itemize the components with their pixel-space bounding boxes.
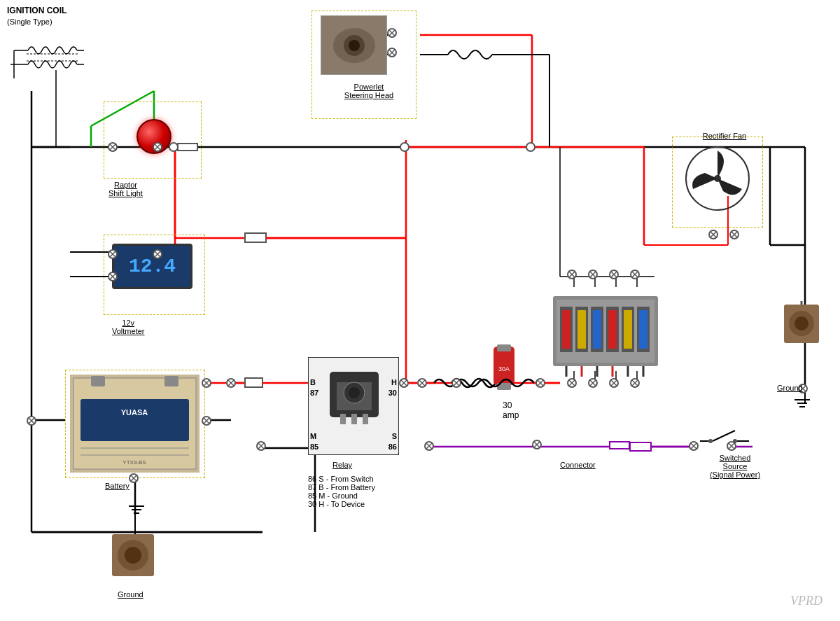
svg-point-185 xyxy=(733,439,737,443)
ignition-coil-subtitle: (Single Type) xyxy=(7,17,91,27)
connector-fuse xyxy=(609,441,630,449)
svg-rect-37 xyxy=(630,442,651,451)
relay-label: Relay xyxy=(332,461,352,469)
fuse-label: 30amp xyxy=(503,400,519,420)
main-conn-3 xyxy=(526,142,536,152)
wavy-conn2 xyxy=(451,378,461,388)
ground-left-label: Ground xyxy=(118,590,144,599)
ground-right-label: Ground xyxy=(777,384,803,392)
wavy-conn3 xyxy=(536,378,545,388)
svg-text:YUASA: YUASA xyxy=(121,408,148,417)
svg-rect-117 xyxy=(363,414,368,424)
voltmeter-conn2 xyxy=(153,249,162,259)
voltmeter-label: 12vVoltmeter xyxy=(112,319,144,335)
svg-point-183 xyxy=(708,439,713,443)
powerlet-conn1 xyxy=(387,28,397,38)
relay-conn-gnd xyxy=(256,441,266,451)
powerlet-conn2 xyxy=(387,48,397,57)
relay-pin-h30: H30 xyxy=(388,377,397,399)
connector-label: Connector xyxy=(560,461,596,469)
svg-text:YTX9-BS: YTX9-BS xyxy=(122,459,146,466)
switched-source-label: SwitchedSource(Signal Power) xyxy=(690,454,780,479)
svg-rect-100 xyxy=(80,399,189,441)
switched-source-area xyxy=(700,427,749,448)
voltmeter-conn3 xyxy=(108,272,118,281)
svg-line-184 xyxy=(713,431,735,441)
powerlet-image xyxy=(321,15,387,75)
relay-conn-sig xyxy=(424,441,434,451)
fuseblock-bot-conn4 xyxy=(630,378,640,388)
fuse-block-image xyxy=(553,286,658,377)
raptor-conn1 xyxy=(108,142,118,152)
svg-rect-115 xyxy=(340,414,346,424)
relay-note-1: 86 S - From Switch xyxy=(308,475,375,483)
main-conn-1 xyxy=(169,142,178,152)
wiring-diagram: IGNITION COIL (Single Type) xyxy=(0,0,840,621)
raptor-label: RaptorShift Light xyxy=(108,181,143,197)
fuseblock-conn1 xyxy=(567,270,577,279)
svg-rect-99 xyxy=(164,376,178,386)
ground-left-image xyxy=(108,531,158,588)
ground-left-symbol xyxy=(129,504,144,515)
relay-pin-s86: S86 xyxy=(388,431,397,453)
ignition-coil-title: IGNITION COIL xyxy=(7,6,91,17)
voltmeter-value: 12.4 xyxy=(129,256,176,277)
relay-box: B87 H30 M85 S86 xyxy=(308,357,399,455)
relay-note-2: 87 B - From Battery xyxy=(308,483,375,491)
relay-pin-b87: B87 xyxy=(310,377,318,399)
relay-conn-out xyxy=(399,378,409,388)
connector-conn1 xyxy=(532,440,542,449)
connector-conn2 xyxy=(689,441,699,451)
watermark: VPRD xyxy=(790,594,822,608)
rectifier-fan-label: Rectifier Fan xyxy=(679,132,770,140)
svg-rect-98 xyxy=(91,376,105,386)
relay-note-4: 30 H - To Device xyxy=(308,500,375,508)
relay-notes: 86 S - From Switch 87 B - From Battery 8… xyxy=(308,475,375,508)
fuseblock-bot-conn3 xyxy=(609,378,619,388)
ground-right-symbol xyxy=(794,398,810,408)
fuseblock-bot-conn2 xyxy=(588,378,598,388)
rectifier-conn1 xyxy=(708,230,718,239)
powerlet-label: PowerletSteering Head xyxy=(316,83,421,99)
svg-rect-144 xyxy=(624,310,632,349)
fuseblock-conn3 xyxy=(609,270,619,279)
svg-point-81 xyxy=(349,40,360,51)
battery-conn-bottom xyxy=(129,473,139,483)
main-conn-2 xyxy=(400,142,410,152)
voltmeter-conn1 xyxy=(108,249,118,259)
svg-rect-53 xyxy=(245,378,262,387)
ground-right-image xyxy=(780,301,822,358)
battery-conn-left xyxy=(27,416,36,426)
rectifier-fan-symbol xyxy=(682,144,752,214)
rectifier-conn2 xyxy=(729,230,739,239)
battery-conn-top-right xyxy=(202,378,211,388)
voltmeter-display: 12.4 xyxy=(112,244,192,289)
svg-rect-143 xyxy=(608,310,617,349)
svg-point-201 xyxy=(125,547,141,564)
fuseblock-bot-conn1 xyxy=(567,378,577,388)
battery-label: Battery xyxy=(105,482,130,490)
svg-rect-129 xyxy=(497,344,511,351)
relay-conn-in xyxy=(226,378,236,388)
relay-image xyxy=(326,368,382,428)
svg-rect-116 xyxy=(351,414,357,424)
relay-pin-m85: M85 xyxy=(310,431,318,453)
fuseblock-conn2 xyxy=(588,270,598,279)
svg-text:30A: 30A xyxy=(498,365,510,372)
battery-image: YUASA YTX9-BS xyxy=(70,375,200,473)
svg-rect-58 xyxy=(245,233,266,242)
svg-point-119 xyxy=(349,387,360,398)
wavy-conn1 xyxy=(417,378,427,388)
svg-rect-141 xyxy=(578,310,586,349)
raptor-fuse xyxy=(177,143,198,151)
fuseblock-conn4 xyxy=(630,270,640,279)
svg-point-195 xyxy=(794,316,808,330)
svg-rect-142 xyxy=(593,310,601,349)
relay-note-3: 85 M - Ground xyxy=(308,491,375,500)
ignition-coil-label: IGNITION COIL (Single Type) xyxy=(7,6,91,85)
svg-rect-140 xyxy=(562,310,570,349)
battery-conn-right xyxy=(202,416,211,426)
svg-rect-145 xyxy=(639,310,648,349)
raptor-conn2 xyxy=(153,142,162,152)
